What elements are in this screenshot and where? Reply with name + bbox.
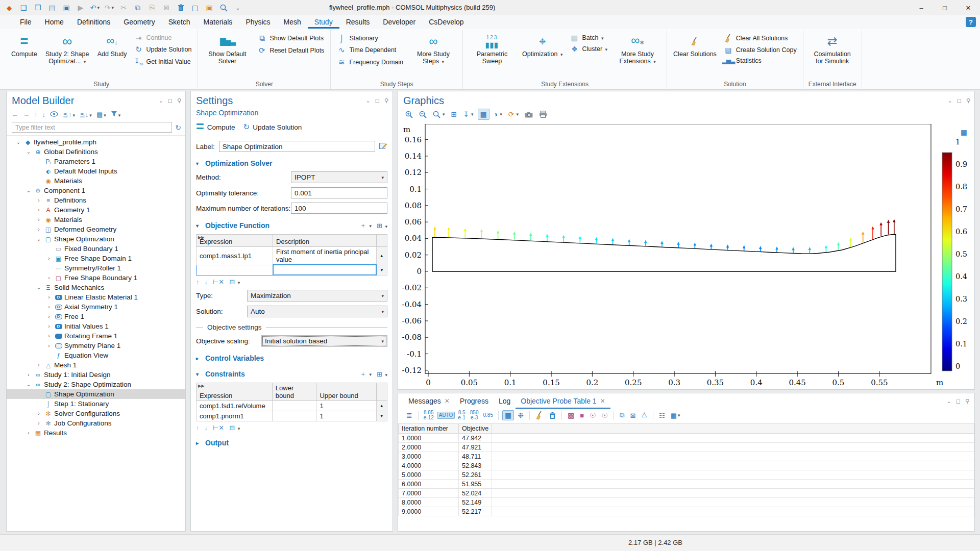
tree-item-global-definitions[interactable]: ⌄⊕Global Definitions xyxy=(7,147,185,157)
tree-item-equation-view[interactable]: ƒEquation View xyxy=(7,350,185,360)
tree-chevron[interactable]: › xyxy=(44,323,54,329)
column-header[interactable]: Upper bound xyxy=(316,383,376,401)
column-header[interactable]: ▶▶Expression xyxy=(197,383,273,401)
tree-item-flywheel-profile-mph[interactable]: ⌄◆flywheel_profile.mph xyxy=(7,137,185,147)
tree-item-component-1[interactable]: ⌄⚙Component 1 xyxy=(7,186,185,195)
pin-panel-icon[interactable]: ⚲ xyxy=(384,97,388,104)
redo-icon[interactable]: ↷▾ xyxy=(103,2,115,13)
tree-item-materials[interactable]: ›◉Materials xyxy=(7,215,185,224)
ribbon-button-clear-solutions[interactable]: Clear Solutions xyxy=(670,30,720,80)
tree-item-free-1[interactable]: ›DFree 1 xyxy=(7,312,185,321)
table-row[interactable]: 6.000051.955 xyxy=(399,480,974,489)
float-panel-icon[interactable]: ◻ xyxy=(956,398,961,405)
close-tab-icon[interactable]: ✕ xyxy=(445,397,450,405)
show-icon[interactable] xyxy=(50,111,58,118)
zoom-out-icon[interactable] xyxy=(417,110,429,119)
tree-item-deformed-geometry[interactable]: ›◫Deformed Geometry xyxy=(7,224,185,234)
load-table-icon[interactable]: ⊟ ▾ xyxy=(229,278,240,286)
ribbon-button-create-solution-copy[interactable]: ▤Create Solution Copy xyxy=(722,45,799,55)
table-edit-icon[interactable]: ⊞ ▾ xyxy=(377,222,387,230)
table-cell[interactable]: comp1.fsd1.relVolume xyxy=(197,401,273,411)
table-row[interactable]: 5.000052.261 xyxy=(399,470,974,480)
run-icon[interactable]: ▶ xyxy=(75,2,87,13)
tree-item-initial-values-1[interactable]: ›DInitial Values 1 xyxy=(7,321,185,331)
table-row[interactable]: comp1.mass1.lp1First moment of inertia p… xyxy=(197,247,387,265)
tree-chevron[interactable]: › xyxy=(34,362,43,368)
table-row[interactable]: comp1.pnorm11▼ xyxy=(197,411,387,421)
table-cell[interactable]: 1 xyxy=(316,401,376,411)
delete-icon[interactable] xyxy=(175,2,187,13)
float-panel-icon[interactable]: ◻ xyxy=(957,97,962,104)
move-down-icon[interactable]: ↓ xyxy=(205,424,208,432)
tree-chevron[interactable]: › xyxy=(44,333,54,339)
maximize-button[interactable]: □ xyxy=(933,0,957,15)
rename-icon[interactable] xyxy=(379,142,387,151)
menu-item-home[interactable]: Home xyxy=(38,15,70,29)
add-expression-icon[interactable]: ＋ ▾ xyxy=(360,221,372,230)
paste-icon[interactable]: ⎘ xyxy=(146,2,158,13)
expand-all-icon[interactable]: ≦↑▾ xyxy=(63,111,75,118)
ribbon-button-parametric-sweep[interactable]: 123▮▮▮Parametric Sweep xyxy=(465,30,519,80)
menu-item-geometry[interactable]: Geometry xyxy=(117,15,161,29)
table-row[interactable]: 1.000047.942 xyxy=(399,434,974,443)
settings-action-compute[interactable]: =Compute xyxy=(196,121,235,133)
ribbon-button-update-solution[interactable]: ↻Update Solution xyxy=(132,44,193,55)
ribbon-button-compute[interactable]: =Compute xyxy=(8,30,41,80)
tree-chevron[interactable]: › xyxy=(44,294,54,300)
refresh-icon[interactable]: ↻ xyxy=(175,123,181,132)
app-icon[interactable]: ◆ xyxy=(3,2,15,13)
collapse-panel-icon[interactable]: ⌄ xyxy=(159,97,163,104)
table-row[interactable]: 8.000052.149 xyxy=(399,498,974,507)
solution-select[interactable]: Auto▾ xyxy=(247,306,387,317)
copy-selection-icon[interactable]: ⊠ xyxy=(628,411,638,420)
table-cell[interactable] xyxy=(273,265,377,275)
move-up-icon[interactable]: ↑ xyxy=(196,278,200,286)
tree-chevron[interactable]: ⌄ xyxy=(14,139,23,145)
tree-chevron[interactable]: ⌄ xyxy=(24,188,33,193)
collapse-all-icon[interactable]: ≦↓▾ xyxy=(80,111,92,118)
table-edit-icon[interactable]: ⊞ ▾ xyxy=(377,370,387,378)
ribbon-button-show-default-plots[interactable]: ⧉Show Default Plots xyxy=(255,33,326,43)
tree-item-materials[interactable]: ◉Materials xyxy=(7,176,185,186)
close-tab-icon[interactable]: ✕ xyxy=(600,397,605,405)
tree-item-symmetry-roller-1[interactable]: ▫▫Symmetry/Roller 1 xyxy=(7,263,185,273)
load-table-icon[interactable]: ⊟ ▾ xyxy=(229,424,240,432)
compact-notation-icon[interactable]: 850e-3 xyxy=(469,410,480,421)
tree-filter-input[interactable] xyxy=(12,122,172,133)
ribbon-button-more-study-extensions[interactable]: ∞✱More Study Extensions ▾ xyxy=(611,30,664,80)
copy-table-icon[interactable]: ⧉ xyxy=(618,411,626,420)
tree-chevron[interactable]: ⌄ xyxy=(34,236,43,242)
undo-icon[interactable]: ↶▾ xyxy=(89,2,101,13)
tree-chevron[interactable]: › xyxy=(34,217,43,222)
ribbon-button-show-default-solver[interactable]: ▇▅▃Show Default Solver xyxy=(201,30,254,80)
section-header-control-variables[interactable]: ▸ Control Variables xyxy=(196,354,387,362)
table-cell[interactable]: 1 xyxy=(316,411,376,421)
duplicate-icon[interactable]: ⊠ xyxy=(160,2,173,13)
tree-item-solid-mechanics[interactable]: ⌄ΞSolid Mechanics xyxy=(7,283,185,292)
pin-panel-icon[interactable]: ⚲ xyxy=(177,97,181,104)
ribbon-button-more-study-steps[interactable]: ∞More Study Steps ▾ xyxy=(407,30,460,80)
forward-icon[interactable]: → xyxy=(23,111,30,118)
table-scrollbar[interactable]: ▲ xyxy=(376,401,387,411)
tab-progress[interactable]: Progress xyxy=(455,393,494,409)
tab-log[interactable]: Log xyxy=(494,393,516,409)
section-header-optimization-solver[interactable]: ▾ Optimization Solver xyxy=(196,159,387,167)
ribbon-button-add-study[interactable]: ∞↓Add Study xyxy=(94,30,131,80)
column-header-iteration-number[interactable]: Iteration number xyxy=(399,424,459,434)
automatic-notation-icon[interactable]: AUTO xyxy=(437,412,455,419)
column-header[interactable]: Description xyxy=(273,235,377,247)
export-table-icon[interactable]: ⧊ xyxy=(639,411,649,420)
chevron-down-icon[interactable]: ▾ xyxy=(196,223,201,229)
snapshot-icon[interactable] xyxy=(523,110,535,119)
update-plot-icon[interactable]: ⟳▾ xyxy=(506,109,521,119)
tree-item-symmetry-plane-1[interactable]: ›Symmetry Plane 1 xyxy=(7,341,185,350)
method-select[interactable]: IPOPT▾ xyxy=(291,171,387,183)
table-cell[interactable]: First moment of inertia principal value xyxy=(273,247,377,265)
tree-item-results[interactable]: ›▦Results xyxy=(7,428,185,438)
tab-messages[interactable]: Messages✕ xyxy=(403,393,455,409)
column-header-objective[interactable]: Objective xyxy=(459,424,492,434)
table-cell[interactable] xyxy=(272,401,316,411)
tree-chevron[interactable]: ⌄ xyxy=(24,382,33,387)
filter-icon[interactable]: ▾ xyxy=(111,111,121,118)
tree-chevron[interactable]: › xyxy=(34,207,43,213)
